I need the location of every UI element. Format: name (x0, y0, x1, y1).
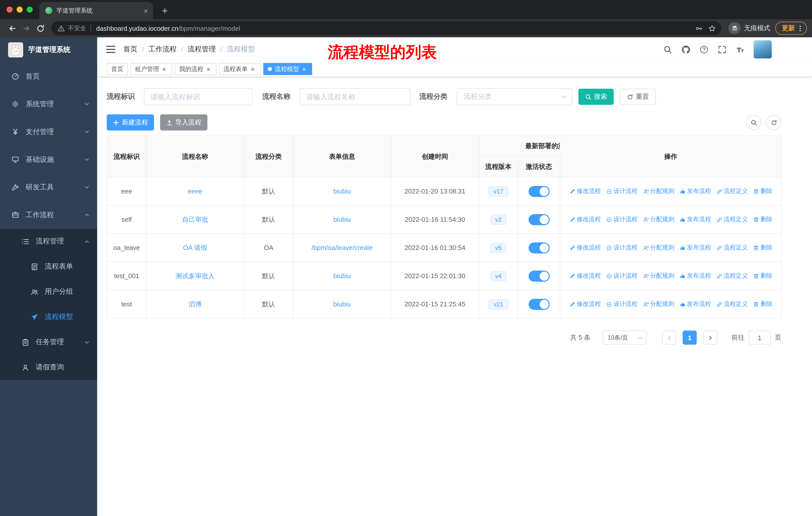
status-toggle[interactable] (528, 270, 549, 281)
update-browser-button[interactable]: 更新 (775, 22, 807, 35)
process-name-link[interactable]: 测试多审批人 (175, 272, 215, 279)
assign-rules-link[interactable]: 分配规则 (643, 187, 674, 195)
create-process-button[interactable]: 新建流程 (107, 114, 154, 131)
assign-rules-link[interactable]: 分配规则 (643, 215, 674, 224)
tag-my-process[interactable]: 我的流程× (175, 63, 216, 75)
sidebar-item-process-management[interactable]: 流程管理 (0, 229, 97, 254)
process-definition-link[interactable]: 流程定义 (716, 300, 748, 308)
sidebar-item-process-model[interactable]: 流程模型 (0, 304, 97, 330)
process-name-link[interactable]: 滔博 (188, 300, 202, 308)
forward-button[interactable] (19, 21, 33, 35)
status-toggle[interactable] (528, 242, 549, 253)
sidebar-item-home[interactable]: 首页 (0, 62, 97, 90)
tag-home[interactable]: 首页 (107, 63, 128, 75)
fontsize-icon[interactable] (736, 45, 745, 54)
sidebar-item-system-management[interactable]: 系统管理 (0, 90, 97, 118)
reset-button[interactable]: 重置 (620, 89, 656, 105)
assign-rules-link[interactable]: 分配规则 (643, 243, 674, 252)
form-info-link[interactable]: biubiu (333, 272, 351, 280)
delete-link[interactable]: 删除 (753, 215, 773, 224)
design-process-link[interactable]: 设计流程 (606, 187, 638, 195)
question-icon[interactable] (700, 45, 708, 54)
toolbar-search-button[interactable] (746, 115, 761, 130)
prev-page-button[interactable] (662, 331, 676, 345)
design-process-link[interactable]: 设计流程 (606, 300, 638, 308)
form-info-link[interactable]: /bpm/oa/leave/create (312, 244, 373, 251)
minimize-window-button[interactable] (17, 6, 23, 12)
sidebar-toggle-button[interactable] (106, 44, 116, 54)
publish-process-link[interactable]: 发布流程 (679, 187, 711, 195)
sidebar-item-infrastructure[interactable]: 基础设施 (0, 146, 97, 173)
app-logo[interactable]: 芋道管理系统 (0, 37, 97, 62)
process-name-link[interactable]: 自己审批 (182, 215, 208, 223)
category-select[interactable]: 流程分类 (457, 88, 572, 105)
search-button[interactable]: 搜索 (578, 89, 614, 105)
maximize-window-button[interactable] (27, 6, 33, 12)
close-window-button[interactable] (6, 6, 12, 12)
sidebar-item-leave-query[interactable]: 请假查询 (0, 355, 97, 380)
new-tab-button[interactable] (157, 3, 172, 18)
design-process-link[interactable]: 设计流程 (606, 215, 638, 224)
status-toggle[interactable] (528, 214, 549, 225)
back-button[interactable] (5, 21, 19, 35)
close-icon[interactable]: × (300, 65, 308, 73)
delete-link[interactable]: 删除 (753, 300, 773, 308)
reload-button[interactable] (33, 21, 47, 35)
security-label[interactable]: 不安全 (68, 24, 86, 32)
sidebar-item-task-management[interactable]: 任务管理 (0, 330, 97, 355)
process-definition-link[interactable]: 流程定义 (716, 272, 748, 280)
next-page-button[interactable] (703, 331, 717, 345)
process-name-input[interactable] (299, 88, 411, 105)
process-definition-link[interactable]: 流程定义 (716, 243, 748, 252)
modify-process-link[interactable]: 修改流程 (569, 300, 601, 308)
import-process-button[interactable]: 导入流程 (160, 114, 207, 131)
design-process-link[interactable]: 设计流程 (606, 243, 638, 252)
github-icon[interactable] (682, 45, 690, 54)
modify-process-link[interactable]: 修改流程 (569, 272, 601, 280)
close-icon[interactable]: × (205, 65, 212, 73)
process-definition-link[interactable]: 流程定义 (716, 215, 748, 224)
process-definition-link[interactable]: 流程定义 (716, 187, 748, 195)
sidebar-item-user-group[interactable]: 用户分组 (0, 279, 97, 304)
status-toggle[interactable] (528, 186, 549, 197)
breadcrumb-item-0[interactable]: 首页 (123, 45, 138, 54)
delete-link[interactable]: 删除 (753, 272, 773, 280)
tag-tenant-management[interactable]: 租户管理× (130, 63, 172, 75)
assign-rules-link[interactable]: 分配规则 (643, 300, 674, 308)
sidebar-item-process-form[interactable]: 流程表单 (0, 254, 97, 279)
page-size-select[interactable]: 10条/页 (603, 331, 647, 345)
sidebar-item-workflow[interactable]: 工作流程 (0, 201, 97, 229)
close-tab-icon[interactable]: × (142, 6, 149, 16)
form-info-link[interactable]: biubiu (333, 216, 351, 223)
status-toggle[interactable] (528, 299, 549, 310)
address-bar[interactable]: 不安全 dashboard.yudao.iocoder.cn /bpm/mana… (51, 21, 721, 35)
search-icon[interactable] (664, 45, 672, 54)
design-process-link[interactable]: 设计流程 (606, 272, 638, 280)
close-icon[interactable]: × (161, 65, 168, 73)
tag-process-form[interactable]: 流程表单× (219, 63, 261, 75)
close-icon[interactable]: × (249, 65, 256, 73)
form-info-link[interactable]: biubiu (333, 187, 351, 195)
delete-link[interactable]: 删除 (753, 243, 773, 252)
toolbar-refresh-button[interactable] (766, 115, 781, 130)
tag-process-model[interactable]: 流程模型× (263, 63, 312, 75)
process-name-link[interactable]: eeee (188, 187, 202, 195)
sidebar-item-dev-tools[interactable]: 研发工具 (0, 173, 97, 201)
publish-process-link[interactable]: 发布流程 (679, 300, 711, 308)
process-id-input[interactable] (144, 88, 253, 105)
browser-tab[interactable]: 芋道管理系统 × (39, 2, 153, 19)
goto-page-input[interactable] (749, 331, 771, 345)
process-name-link[interactable]: OA 请假 (183, 244, 207, 251)
password-manager-button[interactable] (692, 22, 705, 35)
publish-process-link[interactable]: 发布流程 (679, 243, 711, 252)
current-page-button[interactable]: 1 (683, 331, 697, 345)
modify-process-link[interactable]: 修改流程 (569, 215, 601, 224)
assign-rules-link[interactable]: 分配规则 (643, 272, 674, 280)
modify-process-link[interactable]: 修改流程 (569, 187, 601, 195)
sidebar-item-payment-management[interactable]: 支付管理 (0, 118, 97, 146)
avatar[interactable] (754, 40, 772, 58)
menu-kebab-icon[interactable] (796, 24, 804, 32)
breadcrumb-item-2[interactable]: 流程管理 (188, 45, 216, 54)
fullscreen-icon[interactable] (718, 45, 726, 54)
delete-link[interactable]: 删除 (753, 187, 773, 195)
